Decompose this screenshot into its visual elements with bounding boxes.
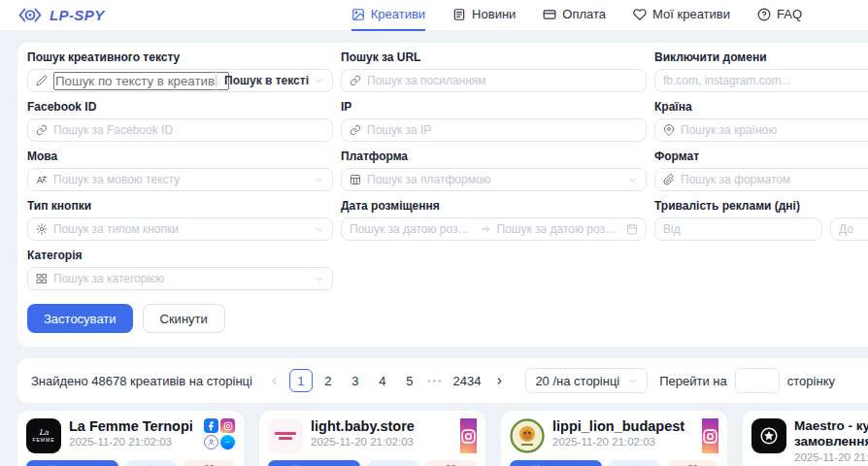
field-label: Виключити домени <box>654 50 868 64</box>
days-button[interactable]: 3 days <box>268 460 360 466</box>
field-label: Категорія <box>27 249 333 262</box>
filter-button-type: Тип кнопки Пошук за типом кнопки <box>27 199 333 241</box>
button-type-select[interactable]: Пошук за типом кнопки <box>27 217 333 241</box>
chevron-down-icon <box>314 76 324 86</box>
favorite-button[interactable] <box>184 460 235 466</box>
field-label: Пошук креативного тексту <box>27 50 333 64</box>
prev-page-icon[interactable] <box>264 369 285 392</box>
goto-label: Перейти на <box>659 374 727 388</box>
nav-tab-news[interactable]: Новини <box>452 0 516 31</box>
avatar <box>510 418 545 453</box>
pagination: 1 2 3 4 5 ••• 2434 <box>264 369 510 392</box>
favorite-button[interactable] <box>667 460 718 466</box>
field-label: Платформа <box>341 150 647 163</box>
page-number-2[interactable]: 2 <box>317 369 340 392</box>
field-label: Тип кнопки <box>27 199 333 213</box>
duration-to-input[interactable] <box>839 222 868 236</box>
country-input[interactable] <box>681 123 868 137</box>
date-end-placeholder: Пошук за датою розміщення <box>497 222 621 236</box>
page-size-value: 20 /на сторінці <box>535 374 619 388</box>
page-number-5[interactable]: 5 <box>398 369 421 392</box>
nav-tab-payment[interactable]: Оплата <box>543 0 606 31</box>
creative-card: La FEMME La Femme Ternopil 2025-11-20 21… <box>17 411 244 466</box>
category-select[interactable]: Пошук за категорією <box>27 267 333 290</box>
map-pin-icon <box>663 124 675 136</box>
exclude-domains-input[interactable] <box>663 74 868 87</box>
person-icon <box>204 435 218 449</box>
link-icon <box>36 124 48 136</box>
card-title[interactable]: La Femme Ternopil <box>69 418 192 434</box>
filter-country: Країна <box>654 100 868 142</box>
duration-from-input[interactable] <box>663 222 814 236</box>
search-mode-select[interactable]: Пошук в тексті <box>216 70 332 91</box>
arrow-right-icon <box>480 223 491 235</box>
chevron-down-icon <box>314 274 324 284</box>
view-button[interactable] <box>609 460 660 466</box>
card-title[interactable]: Maestro - кухні, ме замовлення в Ужго <box>794 418 868 449</box>
main-nav: Креативи Новини Оплата Мої креативи FAQ <box>351 0 851 31</box>
facebook-icon <box>204 418 218 433</box>
brand-name: LP-SPY <box>50 7 105 23</box>
page-number-3[interactable]: 3 <box>344 369 367 392</box>
next-page-icon[interactable] <box>488 369 510 392</box>
language-select[interactable]: Пошук за мовою тексту <box>27 168 333 191</box>
avatar: La FEMME <box>26 418 61 453</box>
date-range-picker[interactable]: Пошук за датою розміщення Пошук за датою… <box>341 217 647 241</box>
goto-page-input[interactable] <box>735 368 780 393</box>
question-circle-icon <box>757 8 771 21</box>
avatar-text: FEMME <box>32 437 54 443</box>
card-title-line2: замовлення в Ужго <box>794 434 868 449</box>
nav-tab-label: Креативи <box>371 7 425 21</box>
ip-input[interactable] <box>367 123 638 137</box>
category-placeholder: Пошук за категорією <box>53 272 164 285</box>
page-number-4[interactable]: 4 <box>371 369 394 392</box>
filter-creative-text: Пошук креативного тексту Пошук в тексті <box>27 50 333 92</box>
days-button[interactable]: 0 days <box>510 460 602 466</box>
card-title[interactable]: light.baby.store <box>311 418 449 434</box>
facebook-id-input[interactable] <box>53 123 324 137</box>
brand-logo[interactable]: LP-SPY <box>17 7 105 23</box>
platform-grid-icon <box>350 174 361 185</box>
filter-exclude-domains: Виключити домени <box>654 50 868 92</box>
creative-text-control <box>28 70 216 91</box>
card-title[interactable]: lippi_lion_budapest <box>552 418 690 434</box>
apply-button[interactable]: Застосувати <box>27 304 133 333</box>
field-label: Пошук за URL <box>341 50 647 64</box>
filter-category: Категорія Пошук за категорією <box>27 249 333 290</box>
nav-tab-creatives[interactable]: Креативи <box>351 0 425 31</box>
pagination-ellipsis[interactable]: ••• <box>425 376 446 386</box>
card-date: 2025-11-20 21:02:03 <box>552 436 690 448</box>
language-placeholder: Пошук за мовою тексту <box>53 173 180 186</box>
nav-tab-faq[interactable]: FAQ <box>757 0 802 31</box>
page-number-last[interactable]: 2434 <box>449 369 484 392</box>
chevron-down-icon <box>314 224 324 235</box>
url-input[interactable] <box>367 74 638 87</box>
top-header: LP-SPY Креативи Новини Оплата Мої креати… <box>0 0 868 31</box>
days-button[interactable]: 3 days <box>26 460 118 466</box>
creative-card: light.baby.store 2025-11-20 21:02:03 3 d… <box>259 411 485 466</box>
facebook-id-control <box>27 118 333 142</box>
view-button[interactable] <box>367 460 418 466</box>
avatar <box>268 418 303 453</box>
paperclip-icon <box>663 174 675 185</box>
format-input[interactable] <box>681 173 868 186</box>
page-number-1[interactable]: 1 <box>289 369 313 392</box>
avatar-text: La <box>39 429 49 437</box>
creative-text-group: Пошук в тексті <box>27 69 333 92</box>
platform-placeholder: Пошук за платформою <box>367 173 491 186</box>
filters-panel: Пошук креативного тексту Пошук в тексті <box>17 43 868 347</box>
link-icon <box>350 124 361 136</box>
duration-to-control <box>830 217 868 241</box>
creative-text-input[interactable] <box>53 72 229 90</box>
nav-tab-my-creatives[interactable]: Мої креативи <box>633 0 730 31</box>
ip-control <box>341 118 647 142</box>
category-grid-icon <box>36 273 48 284</box>
creative-card: lippi_lion_budapest 2025-11-20 21:02:03 … <box>501 411 727 466</box>
page-size-select[interactable]: 20 /на сторінці <box>525 368 648 393</box>
view-button[interactable] <box>125 460 177 466</box>
reset-button[interactable]: Скинути <box>143 304 225 333</box>
favorite-button[interactable] <box>425 460 477 466</box>
platform-select[interactable]: Пошук за платформою <box>341 168 647 191</box>
button-type-placeholder: Пошук за типом кнопки <box>53 222 179 236</box>
image-icon <box>351 8 365 21</box>
